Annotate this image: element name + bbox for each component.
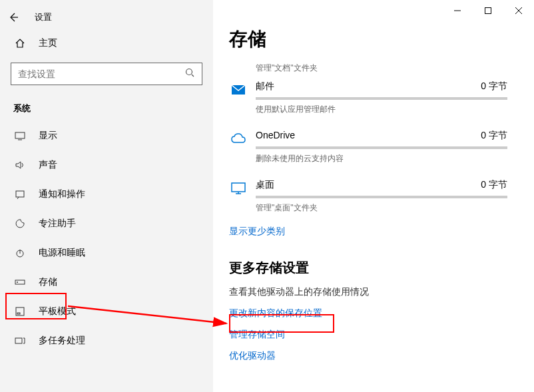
page-title: 存储 [229, 27, 507, 52]
storage-icon [13, 277, 27, 288]
category-mail[interactable]: 邮件0 字节 使用默认应用管理邮件 [229, 81, 507, 124]
tablet-icon [13, 306, 27, 317]
minimize-icon [454, 7, 461, 14]
search-icon [184, 67, 195, 81]
arrow-left-icon [8, 12, 19, 23]
cloud-icon [229, 130, 248, 148]
category-onedrive[interactable]: OneDrive0 字节 删除未使用的云支持内容 [229, 130, 507, 174]
sidebar-item-notifications[interactable]: 通知和操作 [0, 180, 213, 209]
sidebar: 设置 主页 系统 显示 声音 通知和操作 专注助手 电源和睡眠 存储 [0, 0, 213, 392]
maximize-button[interactable] [473, 0, 503, 21]
sidebar-item-storage[interactable]: 存储 [0, 268, 213, 297]
window-title: 设置 [35, 11, 52, 23]
nav-label: 通知和操作 [39, 188, 85, 200]
more-settings-title: 更多存储设置 [229, 259, 507, 277]
sidebar-item-focus[interactable]: 专注助手 [0, 209, 213, 238]
svg-rect-10 [232, 183, 245, 192]
sidebar-item-power[interactable]: 电源和睡眠 [0, 238, 213, 268]
category-size: 0 字节 [481, 81, 507, 93]
category-name: OneDrive [256, 130, 295, 142]
svg-rect-1 [15, 132, 25, 138]
category-desc: 使用默认应用管理邮件 [256, 104, 507, 115]
category-desc: 管理"桌面"文件夹 [256, 202, 507, 214]
nav-label: 存储 [39, 276, 57, 288]
titlebar: 设置 [0, 5, 213, 29]
nav-label: 声音 [39, 159, 57, 171]
nav-label: 显示 [39, 130, 57, 142]
link-change-save-location[interactable]: 更改新内容的保存位置 [229, 307, 507, 319]
minimize-button[interactable] [442, 0, 473, 21]
search-input[interactable] [18, 69, 184, 79]
display-icon [13, 130, 27, 141]
category-desc: 删除未使用的云支持内容 [256, 153, 507, 164]
main-content: 存储 管理"文档"文件夹 邮件0 字节 使用默认应用管理邮件 OneDrive0… [213, 0, 534, 392]
svg-rect-7 [17, 313, 20, 314]
category-desktop[interactable]: 桌面0 字节 管理"桌面"文件夹 [229, 179, 507, 223]
sidebar-item-tablet[interactable]: 平板模式 [0, 297, 213, 326]
category-size: 0 字节 [481, 179, 507, 191]
multitask-icon [13, 335, 27, 346]
svg-rect-11 [485, 8, 491, 14]
link-manage-storage[interactable]: 管理存储空间 [229, 329, 507, 341]
window-controls [442, 0, 534, 21]
focus-icon [13, 218, 27, 229]
category-size: 0 字节 [481, 130, 507, 142]
close-button[interactable] [503, 0, 534, 21]
home-icon [13, 38, 27, 49]
sound-icon [13, 160, 27, 170]
section-label: 系统 [0, 91, 213, 121]
show-more-link[interactable]: 显示更少类别 [229, 226, 285, 238]
search-box[interactable] [11, 63, 202, 85]
mail-icon [229, 81, 248, 99]
sidebar-item-sound[interactable]: 声音 [0, 150, 213, 180]
back-button[interactable] [0, 5, 27, 29]
notifications-icon [13, 189, 27, 200]
home-nav[interactable]: 主页 [0, 29, 213, 57]
nav-label: 专注助手 [39, 218, 76, 230]
category-name: 邮件 [256, 81, 274, 93]
svg-point-0 [186, 69, 192, 75]
nav-label: 多任务处理 [39, 335, 85, 347]
more-settings-desc: 查看其他驱动器上的存储使用情况 [229, 286, 507, 298]
progress-bar [256, 146, 507, 149]
link-optimize-drives[interactable]: 优化驱动器 [229, 350, 507, 362]
desktop-icon [229, 179, 248, 198]
progress-bar [256, 196, 507, 198]
sidebar-item-display[interactable]: 显示 [0, 121, 213, 150]
category-name: 桌面 [256, 179, 274, 191]
nav-label: 平板模式 [39, 305, 76, 317]
maximize-icon [485, 7, 491, 14]
svg-rect-2 [16, 191, 24, 197]
close-icon [515, 7, 522, 14]
category-desc: 管理"文档"文件夹 [256, 63, 507, 74]
sidebar-item-multitask[interactable]: 多任务处理 [0, 326, 213, 355]
svg-rect-8 [15, 338, 22, 343]
nav-label: 电源和睡眠 [39, 247, 85, 259]
svg-point-5 [17, 282, 18, 283]
progress-bar [256, 97, 507, 100]
home-label: 主页 [39, 37, 57, 49]
power-icon [13, 248, 27, 258]
